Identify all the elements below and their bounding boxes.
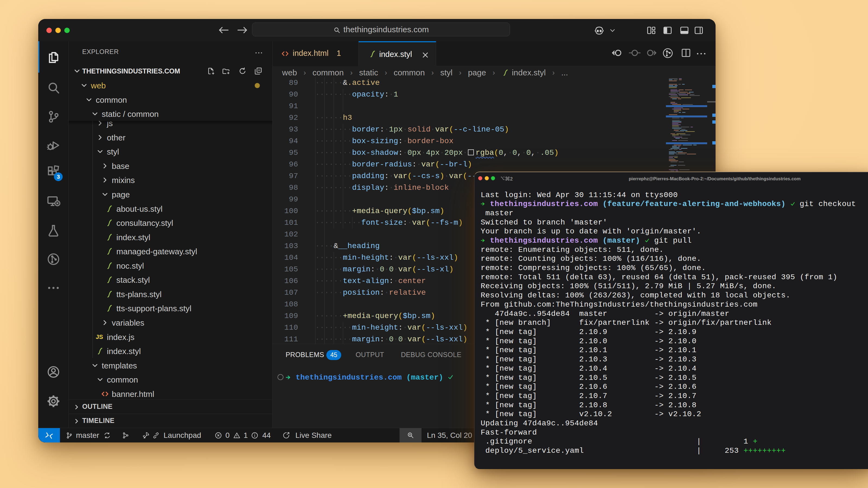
svg-text:2: 2 [510,176,513,182]
